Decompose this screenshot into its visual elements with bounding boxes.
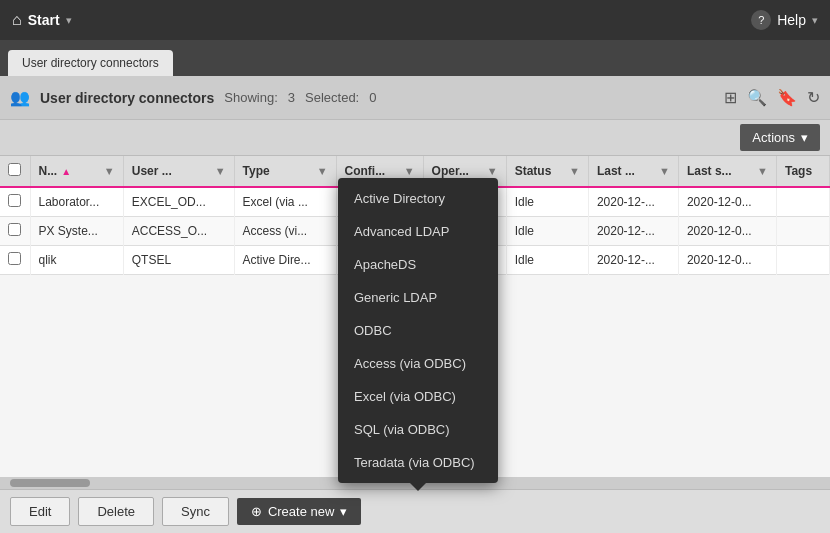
start-chevron[interactable]: ▾ [66,14,72,27]
actions-row: Actions ▾ [0,120,830,156]
col-status[interactable]: Status▼ [506,156,588,187]
row-checkbox-cell [0,187,30,217]
table-cell: Active Dire... [234,246,336,275]
table-cell: 2020-12-0... [678,217,776,246]
create-new-button[interactable]: ⊕ Create new ▾ [237,498,361,525]
tab-user-directory-connectors[interactable]: User directory connectors [8,50,173,76]
dropdown-menu-item[interactable]: Active Directory [338,182,498,215]
table-cell [776,187,829,217]
table-cell: 2020-12-... [588,217,678,246]
dropdown-menu-item[interactable]: Excel (via ODBC) [338,380,498,413]
select-all-checkbox[interactable] [8,163,21,176]
toolbar: 👥 User directory connectors Showing: 3 S… [0,76,830,120]
sort-icon: ▲ [61,166,71,177]
col-lasts[interactable]: Last s...▼ [678,156,776,187]
toolbar-selected-count: 0 [369,90,376,105]
filter-icon-oper[interactable]: ▼ [487,165,498,177]
table-cell: EXCEL_OD... [123,187,234,217]
refresh-icon[interactable]: ↻ [807,88,820,107]
search-icon[interactable]: 🔍 [747,88,767,107]
dropdown-menu-item[interactable]: Teradata (via ODBC) [338,446,498,479]
toolbar-showing-count: 3 [288,90,295,105]
dropdown-menu-item[interactable]: Advanced LDAP [338,215,498,248]
filter-icon-lasts[interactable]: ▼ [757,165,768,177]
table-cell: Idle [506,246,588,275]
dropdown-menu-item[interactable]: Generic LDAP [338,281,498,314]
col-name[interactable]: N...▲▼ [30,156,123,187]
table-cell [776,217,829,246]
toolbar-title: User directory connectors [40,90,214,106]
start-label[interactable]: Start [28,12,60,28]
row-checkbox-cell [0,217,30,246]
help-chevron[interactable]: ▾ [812,14,818,27]
delete-button[interactable]: Delete [78,497,154,526]
table-cell: 2020-12-... [588,246,678,275]
tab-bar: User directory connectors [0,40,830,76]
row-checkbox[interactable] [8,223,21,236]
create-new-label: Create new [268,504,334,519]
tab-label: User directory connectors [22,56,159,70]
dropdown-arrow-icon [410,483,426,491]
table-cell: PX Syste... [30,217,123,246]
row-checkbox[interactable] [8,194,21,207]
create-new-dropdown: Active DirectoryAdvanced LDAPApacheDSGen… [338,178,498,483]
edit-button[interactable]: Edit [10,497,70,526]
dropdown-menu-item[interactable]: SQL (via ODBC) [338,413,498,446]
help-question-icon: ? [751,10,771,30]
table-cell: Idle [506,217,588,246]
col-last[interactable]: Last ...▼ [588,156,678,187]
table-cell: ACCESS_O... [123,217,234,246]
toolbar-showing-label: Showing: [224,90,277,105]
table-cell: Laborator... [30,187,123,217]
table-cell: 2020-12-... [588,187,678,217]
filter-icon-config[interactable]: ▼ [404,165,415,177]
filter-icon-type[interactable]: ▼ [317,165,328,177]
table-cell [776,246,829,275]
col-user[interactable]: User ...▼ [123,156,234,187]
dropdown-menu-item[interactable]: ODBC [338,314,498,347]
people-icon: 👥 [10,88,30,107]
filter-icon-user[interactable]: ▼ [215,165,226,177]
filter-icon-status[interactable]: ▼ [569,165,580,177]
col-tags[interactable]: Tags [776,156,829,187]
dropdown-menu-item[interactable]: ApacheDS [338,248,498,281]
bottom-bar: Edit Delete Sync ⊕ Create new ▾ Active D… [0,489,830,533]
row-checkbox-cell [0,246,30,275]
sync-button[interactable]: Sync [162,497,229,526]
main-area: 👥 User directory connectors Showing: 3 S… [0,76,830,533]
grid-icon[interactable]: ⊞ [724,88,737,107]
table-cell: Access (vi... [234,217,336,246]
top-nav: ⌂ Start ▾ ? Help ▾ [0,0,830,40]
table-cell: QTSEL [123,246,234,275]
home-icon: ⌂ [12,11,22,29]
nav-right: ? Help ▾ [751,10,818,30]
filter-icon-last[interactable]: ▼ [659,165,670,177]
actions-chevron: ▾ [801,130,808,145]
filter-icon-name[interactable]: ▼ [104,165,115,177]
help-label[interactable]: Help [777,12,806,28]
toolbar-selected-label: Selected: [305,90,359,105]
col-checkbox[interactable] [0,156,30,187]
table-cell: 2020-12-0... [678,246,776,275]
table-cell: Idle [506,187,588,217]
plus-icon: ⊕ [251,504,262,519]
table-cell: Excel (via ... [234,187,336,217]
col-type[interactable]: Type▼ [234,156,336,187]
bookmark-icon[interactable]: 🔖 [777,88,797,107]
scroll-thumb[interactable] [10,479,90,487]
create-new-chevron: ▾ [340,504,347,519]
table-cell: 2020-12-0... [678,187,776,217]
row-checkbox[interactable] [8,252,21,265]
nav-left: ⌂ Start ▾ [12,11,72,29]
dropdown-menu-item[interactable]: Access (via ODBC) [338,347,498,380]
actions-button[interactable]: Actions ▾ [740,124,820,151]
actions-label: Actions [752,130,795,145]
table-cell: qlik [30,246,123,275]
